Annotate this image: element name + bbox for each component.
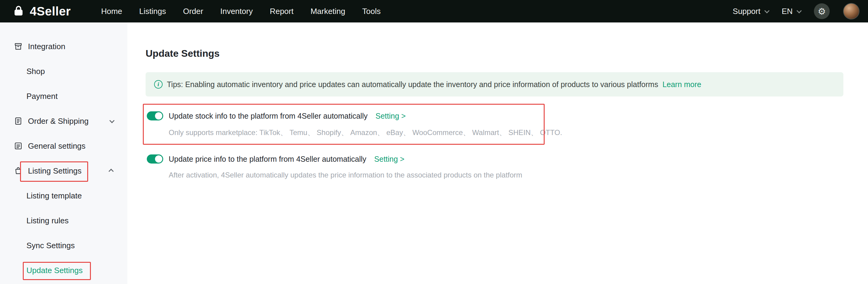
info-icon: i	[154, 80, 163, 88]
settings-sidebar: Integration Shop Payment Order & Shippin…	[0, 23, 127, 284]
language-label: EN	[782, 7, 793, 16]
main-content: Update Settings i Tips: Enabling automat…	[127, 23, 868, 284]
nav-item-order[interactable]: Order	[183, 0, 203, 23]
stock-update-label: Update stock info to the platform from 4…	[169, 112, 367, 120]
language-menu[interactable]: EN	[782, 7, 801, 16]
main-nav: Home Listings Order Inventory Report Mar…	[101, 0, 381, 23]
sidebar-item-label: General settings	[28, 141, 85, 151]
support-label: Support	[733, 7, 761, 16]
stock-update-row: Update stock info to the platform from 4…	[147, 110, 406, 122]
sidebar-item-order-shipping[interactable]: Order & Shipping	[0, 109, 127, 134]
nav-item-tools[interactable]: Tools	[362, 0, 381, 23]
sidebar-item-listing-template[interactable]: Listing template	[0, 183, 127, 208]
settings-gear-button[interactable]: ⚙	[814, 3, 830, 19]
nav-item-marketing[interactable]: Marketing	[311, 0, 345, 23]
sidebar-item-label: Listing Settings	[28, 166, 82, 176]
sidebar-item-label: Listing template	[26, 191, 82, 201]
nav-item-inventory[interactable]: Inventory	[220, 0, 253, 23]
top-navbar: 4Seller Home Listings Order Inventory Re…	[0, 0, 868, 23]
nav-item-listings[interactable]: Listings	[139, 0, 166, 23]
user-avatar[interactable]	[843, 3, 860, 20]
sidebar-item-listing-settings[interactable]: Listing Settings	[0, 158, 127, 183]
integration-icon	[13, 42, 23, 51]
sidebar-item-payment[interactable]: Payment	[0, 84, 127, 109]
sidebar-item-label: Payment	[26, 92, 58, 101]
tips-banner: i Tips: Enabling automatic inventory and…	[146, 72, 843, 97]
nav-item-report[interactable]: Report	[270, 0, 293, 23]
sidebar-item-integration[interactable]: Integration	[0, 34, 127, 59]
price-update-row: Update price info to the platform from 4…	[147, 153, 405, 165]
tips-text: Tips: Enabling automatic inventory and p…	[167, 80, 658, 89]
nav-item-home[interactable]: Home	[101, 0, 122, 23]
page-title: Update Settings	[146, 48, 220, 59]
stock-update-toggle[interactable]	[147, 111, 163, 120]
chevron-up-icon	[108, 169, 114, 174]
navbar-right: Support EN ⚙	[733, 3, 860, 20]
chevron-down-icon	[764, 8, 770, 13]
sidebar-item-label: Sync Settings	[26, 241, 75, 250]
listing-settings-icon	[13, 166, 23, 176]
sidebar-item-update-settings[interactable]: Update Settings	[0, 258, 127, 283]
price-update-description: After activation, 4Seller automatically …	[169, 171, 522, 179]
sidebar-item-listing-rules[interactable]: Listing rules	[0, 208, 127, 233]
sidebar-item-general-settings[interactable]: General settings	[0, 134, 127, 158]
stock-update-setting-link[interactable]: Setting >	[375, 112, 405, 120]
learn-more-link[interactable]: Learn more	[662, 80, 702, 89]
brand-name: 4Seller	[30, 5, 71, 18]
sidebar-item-label: Shop	[26, 67, 45, 76]
support-menu[interactable]: Support	[733, 7, 768, 16]
app-root: 4Seller Home Listings Order Inventory Re…	[0, 0, 868, 284]
sidebar-item-label: Integration	[28, 42, 65, 51]
sidebar-item-label: Order & Shipping	[28, 116, 88, 126]
sidebar-item-shop[interactable]: Shop	[0, 59, 127, 84]
shopping-bag-logo-icon	[12, 5, 25, 17]
chevron-down-icon	[110, 118, 115, 123]
price-update-setting-link[interactable]: Setting >	[374, 155, 404, 164]
chevron-down-icon	[797, 8, 802, 13]
sidebar-item-label: Listing rules	[26, 216, 69, 225]
order-shipping-icon	[13, 116, 23, 126]
price-update-toggle[interactable]	[147, 154, 163, 164]
brand-logo[interactable]: 4Seller	[12, 5, 71, 18]
price-update-label: Update price info to the platform from 4…	[169, 155, 366, 164]
stock-update-description: Only supports marketplace: TikTok、 Temu、…	[169, 128, 562, 137]
sidebar-item-sync-settings[interactable]: Sync Settings	[0, 233, 127, 258]
gear-icon: ⚙	[818, 6, 826, 17]
sidebar-item-label: Update Settings	[26, 266, 83, 275]
general-settings-icon	[13, 141, 23, 151]
